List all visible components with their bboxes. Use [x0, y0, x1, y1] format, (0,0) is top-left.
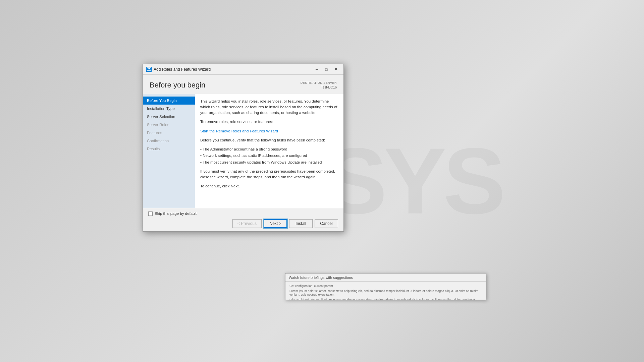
second-window-title: Watch future briefings with suggestions: [285, 274, 486, 282]
title-bar: Add Roles and Features Wizard ─ □ ✕: [143, 64, 343, 75]
wizard-header: Before you begin DESTINATION SERVER Test…: [143, 75, 343, 94]
svg-rect-1: [148, 68, 149, 69]
verify-heading: Before you continue, verify that the fol…: [200, 137, 338, 143]
second-window-body: Get configuration: current parent Lorem …: [285, 282, 486, 300]
sidebar-item-features: Features: [143, 129, 195, 137]
sidebar: Before You Begin Installation Type Serve…: [143, 94, 195, 208]
sidebar-item-confirmation: Confirmation: [143, 137, 195, 145]
svg-rect-3: [149, 69, 150, 69]
remove-heading: To remove roles, role services, or featu…: [200, 119, 338, 125]
intro-paragraph: This wizard helps you install roles, rol…: [200, 99, 338, 116]
install-button[interactable]: Install: [289, 219, 313, 228]
continue-note: To continue, click Next.: [200, 183, 338, 189]
sidebar-item-server-roles: Server Roles: [143, 121, 195, 129]
second-window: Watch future briefings with suggestions …: [285, 273, 486, 300]
button-row: < Previous Next > Install Cancel: [148, 219, 338, 228]
svg-rect-2: [149, 68, 150, 69]
second-window-line-2: Lorem ipsum dolor sit amet, consectetur …: [289, 289, 482, 297]
destination-server-block: DESTINATION SERVER Test-DC16: [301, 81, 337, 90]
sidebar-item-server-selection[interactable]: Server Selection: [143, 113, 195, 121]
wizard-footer: Skip this page by default < Previous Nex…: [143, 208, 343, 231]
title-bar-left: Add Roles and Features Wizard: [146, 67, 211, 72]
next-button[interactable]: Next >: [264, 219, 287, 228]
close-button[interactable]: ✕: [331, 66, 340, 73]
sidebar-item-before-you-begin[interactable]: Before You Begin: [143, 97, 195, 105]
skip-checkbox[interactable]: [148, 212, 153, 216]
title-bar-title: Add Roles and Features Wizard: [154, 67, 211, 72]
wizard-icon: [146, 67, 152, 72]
bullet-item-2: • Network settings, such as static IP ad…: [200, 153, 338, 159]
wizard-body: Before you begin DESTINATION SERVER Test…: [143, 75, 343, 231]
skip-row: Skip this page by default: [148, 212, 338, 216]
remove-link[interactable]: Start the Remove Roles and Features Wiza…: [200, 129, 278, 133]
previous-button[interactable]: < Previous: [232, 219, 262, 228]
second-window-line-1: Get configuration: current parent: [289, 284, 482, 288]
wizard-window: Add Roles and Features Wizard ─ □ ✕ Befo…: [143, 64, 344, 232]
sidebar-item-installation-type[interactable]: Installation Type: [143, 105, 195, 113]
restore-button[interactable]: □: [322, 66, 331, 73]
second-window-line-3: Ullamco laboris nisi ut aliquip ex ea co…: [289, 298, 482, 300]
main-content-area: This wizard helps you install roles, rol…: [195, 94, 343, 208]
destination-server-name: Test-DC16: [301, 85, 337, 90]
prereq-note: If you must verify that any of the prece…: [200, 169, 338, 180]
wizard-content: Before You Begin Installation Type Serve…: [143, 94, 343, 208]
destination-label: DESTINATION SERVER: [301, 81, 337, 85]
bullet-item-1: • The Administrator account has a strong…: [200, 146, 338, 152]
wizard-heading: Before you begin: [150, 81, 205, 89]
cancel-button[interactable]: Cancel: [315, 219, 338, 228]
bullet-item-3: • The most current security updates from…: [200, 160, 338, 165]
title-bar-controls: ─ □ ✕: [313, 66, 340, 73]
minimize-button[interactable]: ─: [313, 66, 321, 73]
skip-label[interactable]: Skip this page by default: [155, 212, 197, 216]
sidebar-item-results: Results: [143, 145, 195, 153]
svg-rect-0: [147, 67, 151, 70]
bullet-list: • The Administrator account has a strong…: [200, 146, 338, 165]
